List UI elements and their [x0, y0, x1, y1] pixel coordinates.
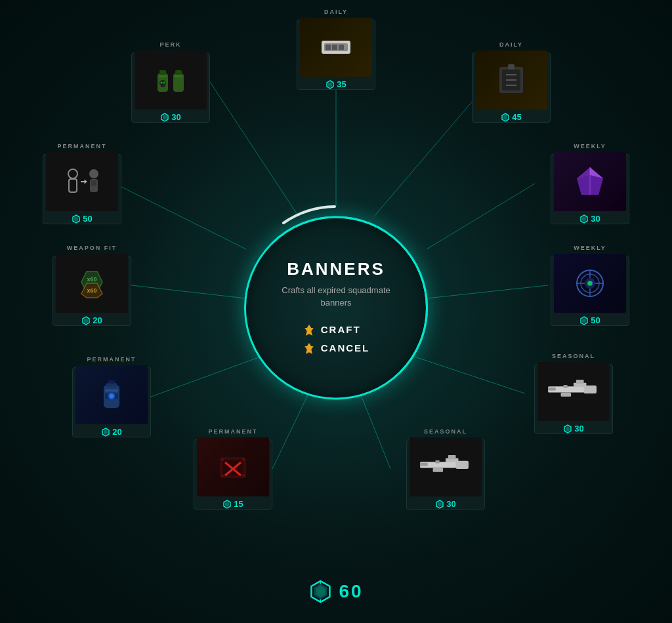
center-buttons: CRAFT CANCEL	[297, 322, 375, 356]
card-cost-weekly-purple: 30	[579, 214, 600, 224]
svg-rect-30	[175, 70, 182, 75]
svg-rect-101	[448, 455, 456, 459]
card-label-perk: PERK	[159, 41, 181, 48]
cost-icon-weekly-blue	[579, 316, 589, 325]
card-image-perk	[135, 50, 207, 110]
svg-rect-13	[326, 45, 331, 50]
card-label-permanent-red: PERMANENT	[208, 428, 257, 435]
skin-craft-icon	[62, 162, 102, 201]
card-image-weapon-fit: x60 x60	[56, 254, 128, 313]
cancel-icon	[303, 342, 316, 355]
card-permanent-left[interactable]: PERMANENT 50	[43, 154, 121, 224]
svg-marker-107	[438, 502, 442, 507]
center-title: BANNERS	[287, 260, 385, 280]
banner-pack-icon	[492, 60, 531, 100]
card-weekly-purple[interactable]: WEEKLY 30	[551, 154, 629, 224]
card-seasonal-right[interactable]: SEASONAL 30	[534, 364, 613, 434]
svg-rect-82	[576, 380, 584, 384]
cost-icon-weekly-purple	[579, 214, 589, 224]
svg-point-95	[221, 474, 224, 477]
card-label-seasonal-bottom: SEASONAL	[424, 428, 467, 435]
card-permanent-blue[interactable]: PERMANENT 20	[72, 367, 151, 437]
card-image-seasonal-right	[537, 362, 610, 421]
cancel-button[interactable]: CANCEL	[297, 340, 375, 356]
center-circle: BANNERS Crafts all expired squadmate ban…	[244, 216, 428, 399]
card-daily-right[interactable]: DAILY 45	[472, 52, 551, 123]
card-daily-top[interactable]: DAILY 35	[297, 20, 375, 90]
svg-marker-59	[84, 318, 88, 323]
card-label-daily-top: DAILY	[324, 9, 348, 15]
card-label-daily-right: DAILY	[499, 41, 523, 48]
svg-marker-98	[225, 502, 229, 507]
target-scope-icon	[570, 264, 610, 303]
card-image-permanent-blue	[75, 365, 148, 424]
rifle-white-2-icon	[413, 444, 478, 490]
svg-marker-25	[503, 115, 507, 120]
cost-icon-seasonal-right	[563, 424, 572, 433]
card-cost-daily-right: 45	[501, 112, 521, 122]
svg-rect-14	[332, 45, 337, 50]
blue-canister-icon	[92, 375, 131, 414]
card-cost-permanent-blue: 20	[101, 427, 121, 437]
card-weekly-blue[interactable]: WEEKLY 50	[551, 256, 629, 326]
card-cost-weapon-fit: 20	[81, 315, 102, 325]
cost-icon-seasonal-bottom	[435, 500, 444, 509]
red-module-icon	[213, 447, 253, 487]
bottom-currency: 60	[308, 580, 363, 603]
svg-rect-33	[161, 85, 165, 87]
card-image-permanent-left	[46, 152, 118, 211]
svg-rect-23	[508, 64, 514, 70]
card-weapon-fit[interactable]: WEAPON FIT x60 x60 20	[52, 256, 131, 326]
card-cost-permanent-left: 50	[72, 214, 92, 224]
svg-marker-47	[74, 216, 78, 222]
cost-icon-daily-right	[501, 113, 510, 122]
svg-text:x60: x60	[87, 276, 96, 283]
card-cost-seasonal-bottom: 30	[435, 499, 455, 509]
card-image-weekly-blue	[554, 254, 626, 313]
card-label-permanent-left: PERMANENT	[57, 143, 106, 150]
card-image-daily-right	[475, 50, 547, 110]
svg-rect-73	[105, 390, 118, 392]
cost-icon-daily-top	[326, 80, 335, 89]
cost-icon-weapon-fit	[81, 316, 91, 325]
svg-rect-84	[548, 388, 556, 391]
svg-marker-41	[85, 180, 87, 184]
svg-rect-31	[175, 75, 182, 77]
craft-button[interactable]: CRAFT	[297, 322, 366, 338]
perk-bottles-icon	[151, 60, 190, 100]
svg-marker-70	[582, 318, 586, 323]
svg-point-35	[163, 82, 165, 84]
svg-marker-53	[582, 216, 586, 222]
card-label-seasonal-right: SEASONAL	[552, 353, 595, 359]
card-cost-permanent-red: 15	[222, 499, 243, 509]
card-label-weekly-purple: WEEKLY	[574, 143, 606, 150]
card-image-seasonal-bottom	[410, 437, 482, 496]
svg-rect-102	[456, 461, 469, 469]
center-description: Crafts all expired squadmate banners	[277, 285, 395, 309]
svg-rect-85	[561, 393, 572, 397]
svg-rect-45	[91, 180, 96, 186]
card-label-weekly-blue: WEEKLY	[574, 245, 606, 251]
card-cost-weekly-blue: 50	[579, 315, 600, 325]
card-seasonal-bottom[interactable]: SEASONAL 30	[406, 439, 485, 510]
rifle-white-icon	[541, 369, 606, 414]
card-perk[interactable]: PERK 30	[131, 52, 210, 123]
cost-icon-permanent-blue	[101, 428, 110, 437]
craft-label: CRAFT	[321, 325, 361, 336]
craft-icon	[303, 323, 316, 336]
svg-point-34	[161, 82, 163, 84]
cost-icon-permanent-red	[222, 500, 232, 509]
svg-rect-103	[420, 463, 428, 466]
svg-point-68	[588, 281, 592, 285]
svg-point-77	[110, 394, 114, 398]
card-permanent-red[interactable]: PERMANENT 15	[194, 439, 272, 510]
svg-rect-86	[563, 385, 567, 388]
svg-point-94	[242, 458, 245, 461]
card-label-weapon-fit: WEAPON FIT	[67, 245, 117, 251]
svg-point-38	[68, 169, 77, 178]
purple-gem-icon	[570, 162, 610, 201]
currency-amount: 60	[339, 581, 363, 602]
svg-rect-39	[69, 179, 77, 192]
svg-point-96	[242, 474, 245, 477]
card-cost-perk: 30	[160, 112, 180, 122]
